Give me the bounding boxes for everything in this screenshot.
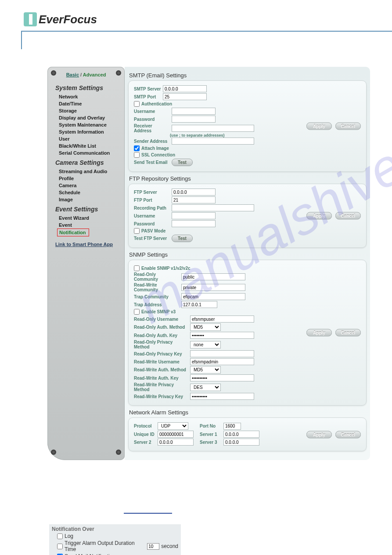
- snmp-trapcom-input[interactable]: [181, 293, 245, 300]
- smtp-port-input[interactable]: [163, 93, 207, 100]
- alarm-port-label: Port No: [200, 424, 222, 428]
- alarm-section-title: Network Alarm Settings: [128, 407, 367, 417]
- sidebar-item-maintenance[interactable]: System Maintenance: [47, 121, 125, 128]
- sidebar-item-network[interactable]: Network: [47, 93, 125, 100]
- snmp-rwpkey-label: Read-Write Privacy Key: [134, 394, 188, 399]
- header-rule-wrap: [0, 31, 392, 49]
- snmp-trapcom-label: Trap Community: [134, 294, 180, 299]
- smtp-attach-checkbox[interactable]: [134, 145, 140, 151]
- snmp-rwpriv-select[interactable]: DES: [190, 384, 221, 391]
- ftp-user-input[interactable]: [172, 212, 216, 219]
- smtp-ssl-checkbox[interactable]: [134, 152, 140, 158]
- smtp-recv-input[interactable]: [172, 125, 254, 132]
- ftp-server-input[interactable]: [172, 189, 216, 196]
- smtp-test-button[interactable]: Test: [172, 159, 193, 166]
- tab-separator: /: [80, 72, 82, 77]
- sidebar-item-bwlist[interactable]: Black/White List: [47, 142, 125, 149]
- snmp-rwpkey-input[interactable]: [190, 393, 254, 400]
- smtp-auth-checkbox[interactable]: [134, 101, 140, 107]
- smtp-cancel-button[interactable]: Cancel: [335, 123, 361, 130]
- ftp-apply-button[interactable]: Apply: [306, 212, 332, 220]
- snmp-rwcom-input[interactable]: [181, 284, 245, 291]
- sidebar-item-event[interactable]: Event: [47, 221, 125, 229]
- sidebar-item-datetime[interactable]: Date/Time: [47, 100, 125, 107]
- snmp-v12-checkbox[interactable]: [134, 265, 140, 271]
- snmp-rwkey-input[interactable]: [190, 374, 254, 381]
- snmp-rwuser-input[interactable]: [190, 358, 254, 365]
- notif-trigger-checkbox[interactable]: [57, 544, 63, 549]
- alarm-cancel-button[interactable]: Cancel: [335, 431, 361, 438]
- sidebar-link-smartphone[interactable]: Link to Smart Phone App: [47, 236, 125, 248]
- sidebar-item-info[interactable]: System Information: [47, 128, 125, 135]
- ftp-pasv-checkbox[interactable]: [134, 228, 140, 234]
- sidebar-item-display[interactable]: Display and Overlay: [47, 114, 125, 121]
- smtp-apply-button[interactable]: Apply: [306, 123, 332, 130]
- ftp-pass-input[interactable]: [172, 220, 216, 227]
- smtp-actions: Apply Cancel: [306, 123, 361, 130]
- notif-trigger-time-input[interactable]: [147, 543, 159, 550]
- sidebar-item-serial[interactable]: Serial Communication: [47, 149, 125, 156]
- sidebar-item-schedule[interactable]: Schedule: [47, 189, 125, 196]
- snmp-trapaddr-label: Trap Address: [134, 302, 180, 307]
- alarm-proto-label: Protocol: [134, 424, 156, 428]
- sidebar-item-image[interactable]: Image: [47, 196, 125, 203]
- snmp-ropkey-input[interactable]: [190, 350, 254, 357]
- ftp-cancel-button[interactable]: Cancel: [335, 212, 361, 220]
- snmp-ropriv-select[interactable]: none: [190, 341, 221, 348]
- sidebar-heading-event: Event Settings: [47, 203, 125, 214]
- notif-mail-checkbox[interactable]: [57, 554, 63, 555]
- alarm-s1-input[interactable]: [223, 431, 259, 438]
- smtp-user-input[interactable]: [172, 108, 216, 115]
- smtp-panel: Apply Cancel SMTP Server SMTP Port Authe…: [128, 80, 367, 172]
- alarm-s3-input[interactable]: [223, 439, 259, 446]
- snmp-rokey-input[interactable]: [190, 332, 254, 339]
- alarm-apply-button[interactable]: Apply: [306, 431, 332, 438]
- sidebar-item-storage[interactable]: Storage: [47, 107, 125, 114]
- alarm-uid-input[interactable]: [158, 431, 194, 438]
- smtp-server-input[interactable]: [163, 85, 207, 92]
- sidebar-item-event-wizard[interactable]: Event Wizard: [47, 214, 125, 221]
- smtp-send-input[interactable]: [172, 138, 254, 145]
- sidebar: Basic / Advanced System Settings Network…: [47, 67, 125, 460]
- sidebar-item-streaming[interactable]: Streaming and Audio: [47, 168, 125, 175]
- snmp-cancel-button[interactable]: Cancel: [335, 329, 361, 337]
- tab-advanced[interactable]: Advanced: [83, 72, 106, 77]
- ftp-pasv-label: PASV Mode: [141, 229, 165, 233]
- smtp-pass-label: Password: [134, 117, 170, 122]
- ftp-path-input[interactable]: [172, 204, 254, 211]
- snmp-rocom-input[interactable]: [181, 273, 245, 280]
- ftp-pass-label: Password: [134, 221, 170, 226]
- sidebar-item-profile[interactable]: Profile: [47, 175, 125, 182]
- ftp-port-input[interactable]: [172, 196, 216, 203]
- tab-basic[interactable]: Basic: [66, 72, 79, 77]
- snmp-rwcom-label: Read-Write Community: [134, 283, 180, 292]
- snmp-roauth-select[interactable]: MD5: [190, 323, 221, 331]
- smtp-pass-input[interactable]: [172, 116, 216, 123]
- snmp-ropkey-label: Read-Only Privacy Key: [134, 352, 188, 356]
- snmp-rouser-input[interactable]: [190, 316, 254, 323]
- snmp-rwauth-select[interactable]: MD5: [190, 366, 221, 374]
- snmp-v12-label: Enable SNMP v1/v2/v2c: [141, 266, 191, 271]
- sidebar-item-camera[interactable]: Camera: [47, 182, 125, 189]
- alarm-actions: Apply Cancel: [306, 431, 361, 438]
- sidebar-item-notification[interactable]: Notification: [57, 229, 89, 236]
- snmp-apply-button[interactable]: Apply: [306, 329, 332, 337]
- brand-logo: EverFocus: [24, 12, 374, 26]
- alarm-proto-select[interactable]: UDP: [158, 422, 188, 430]
- snmp-rokey-label: Read-Only Auth. Key: [134, 333, 188, 338]
- snmp-trapaddr-input[interactable]: [181, 301, 217, 308]
- page-header: EverFocus: [0, 0, 392, 28]
- notif-log-checkbox[interactable]: [57, 533, 63, 539]
- smtp-send-label: Sender Address: [134, 139, 170, 144]
- ftp-section-title: FTP Repository Settings: [128, 174, 367, 184]
- alarm-port-input[interactable]: [223, 423, 241, 430]
- ftp-server-label: FTP Server: [134, 190, 170, 195]
- sidebar-item-user[interactable]: User: [47, 135, 125, 142]
- notif-mail-label: Send Mail Notification: [65, 553, 115, 555]
- ftp-test-button[interactable]: Test: [172, 235, 193, 242]
- smtp-server-label: SMTP Server: [134, 87, 161, 91]
- logo-icon: [24, 12, 37, 26]
- ftp-port-label: FTP Port: [134, 198, 170, 203]
- alarm-s2-input[interactable]: [158, 439, 194, 446]
- snmp-v3-checkbox[interactable]: [134, 309, 140, 315]
